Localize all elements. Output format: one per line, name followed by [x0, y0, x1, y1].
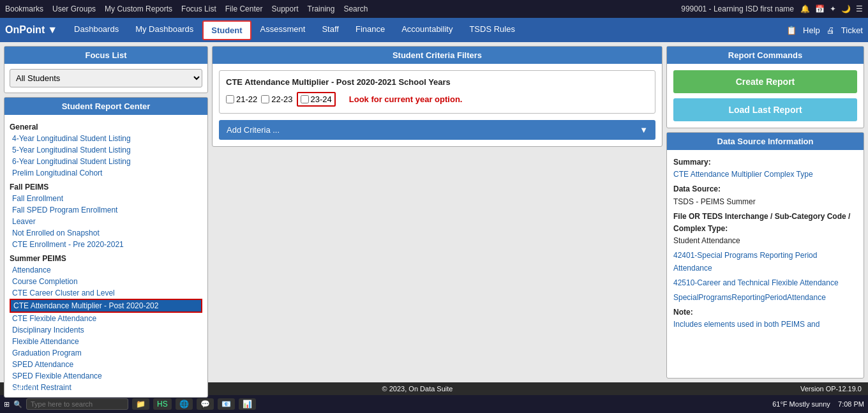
- checkbox-22-23-input[interactable]: [261, 95, 269, 103]
- load-last-report-button[interactable]: Load Last Report: [673, 98, 857, 121]
- file-item-2: SpecialProgramsReportingPeriodAttendance: [673, 292, 857, 304]
- brand-arrow: ▼: [47, 24, 57, 36]
- nav-finance[interactable]: Finance: [348, 20, 393, 40]
- report-leaver[interactable]: Leaver: [10, 216, 202, 227]
- top-menu-bar: Bookmarks User Groups My Custom Reports …: [0, 0, 868, 18]
- menu-custom-reports[interactable]: My Custom Reports: [105, 4, 172, 13]
- windows-icon[interactable]: ⊞: [4, 400, 10, 409]
- data-source-body: Summary: CTE Attendance Multiplier Compl…: [667, 150, 864, 340]
- filter-section: CTE Attendance Multiplier - Post 2020-20…: [219, 70, 655, 114]
- menu-file-center[interactable]: File Center: [225, 4, 263, 13]
- calendar-icon[interactable]: 📅: [815, 4, 825, 13]
- focus-list-header: Focus List: [4, 47, 207, 64]
- report-list: General 4-Year Longitudinal Student List…: [4, 115, 207, 397]
- checkbox-23-24-input[interactable]: [301, 95, 309, 103]
- create-report-button[interactable]: Create Report: [673, 70, 857, 93]
- report-center-box: Student Report Center General 4-Year Lon…: [4, 97, 208, 398]
- report-flexible-att[interactable]: Flexible Attendance: [10, 336, 202, 347]
- focus-list-select[interactable]: All Students: [10, 69, 202, 87]
- menu-icon[interactable]: ☰: [856, 4, 863, 13]
- report-4yr[interactable]: 4-Year Longitudinal Student Listing: [10, 133, 202, 144]
- taskbar-icon-outlook[interactable]: 📧: [218, 398, 235, 410]
- criteria-box: Student Criteria Filters CTE Attendance …: [212, 46, 662, 147]
- district-name: 999001 - Learning ISD first name: [681, 4, 794, 13]
- add-criteria-arrow: ▼: [640, 125, 648, 135]
- section-fall-peims: Fall PEIMS: [10, 183, 202, 191]
- report-cte-enrollment[interactable]: CTE Enrollment - Pre 2020-2021: [10, 239, 202, 250]
- file-item-0: 42401-Special Programs Reporting Period …: [673, 250, 857, 274]
- bell-icon[interactable]: 🔔: [800, 4, 810, 13]
- help-icon: 📋: [786, 26, 797, 35]
- nav-dashboards[interactable]: Dashboards: [66, 20, 126, 40]
- nav-student[interactable]: Student: [202, 20, 251, 40]
- top-icons: 🔔 📅 ✦ 🌙 ☰: [800, 4, 863, 13]
- report-disciplinary[interactable]: Disciplinary Incidents: [10, 324, 202, 336]
- datasource-label: Data Source:: [673, 183, 857, 195]
- taskbar-icon-explorer[interactable]: 📁: [132, 398, 149, 410]
- status-center: © 2023, On Data Suite: [382, 385, 453, 393]
- report-cte-flexible[interactable]: CTE Flexible Attendance: [10, 313, 202, 324]
- menu-focus-list[interactable]: Focus List: [181, 4, 216, 13]
- report-attendance[interactable]: Attendance: [10, 264, 202, 276]
- report-not-enrolled[interactable]: Not Enrolled on Snapshot: [10, 227, 202, 239]
- brand[interactable]: OnPoint ▼: [5, 24, 57, 36]
- menu-training[interactable]: Training: [308, 4, 335, 13]
- nav-staff[interactable]: Staff: [314, 20, 347, 40]
- right-panel: Report Commands Create Report Load Last …: [666, 46, 864, 379]
- file-sub: Student Attendance: [673, 235, 857, 247]
- taskbar-search[interactable]: [26, 398, 128, 410]
- brand-name: OnPoint: [5, 24, 45, 36]
- checkbox-row: 21-22 22-23 23-24 Look for current year …: [226, 92, 648, 107]
- note-label: Note:: [673, 306, 857, 319]
- add-criteria-bar[interactable]: Add Criteria ... ▼: [219, 120, 655, 140]
- report-commands-header: Report Commands: [667, 47, 864, 64]
- menu-bookmarks[interactable]: Bookmarks: [5, 4, 43, 13]
- checkbox-22-23-label: 22-23: [271, 94, 292, 104]
- focus-list-box: Focus List All Students: [4, 46, 208, 93]
- red-message: Look for current year option.: [349, 94, 463, 104]
- criteria-header: Student Criteria Filters: [213, 47, 662, 64]
- report-sped-att[interactable]: SPED Attendance: [10, 359, 202, 370]
- report-fall-sped[interactable]: Fall SPED Program Enrollment: [10, 204, 202, 216]
- menu-search[interactable]: Search: [343, 4, 368, 13]
- nav-assessment[interactable]: Assessment: [253, 20, 313, 40]
- report-fall-enrollment[interactable]: Fall Enrollment: [10, 193, 202, 204]
- report-prelim[interactable]: Prelim Longitudinal Cohort: [10, 167, 202, 179]
- report-sped-flex[interactable]: SPED Flexible Attendance: [10, 370, 202, 382]
- checkbox-23-24-label: 23-24: [311, 94, 332, 104]
- report-student-restraint[interactable]: Student Restraint: [10, 382, 202, 393]
- menu-user-groups[interactable]: User Groups: [52, 4, 96, 13]
- star-icon[interactable]: ✦: [830, 4, 836, 13]
- section-summer-peims: Summer PEIMS: [10, 254, 202, 263]
- file-item-1: 42510-Career and Technical Flexible Atte…: [673, 277, 857, 289]
- taskbar-icon-app[interactable]: 📊: [239, 398, 256, 410]
- report-cte-career[interactable]: CTE Career Cluster and Level: [10, 287, 202, 299]
- report-6yr[interactable]: 6-Year Longitudinal Student Listing: [10, 156, 202, 167]
- taskbar-right: 61°F Mostly sunny 7:08 PM: [772, 400, 864, 408]
- report-graduation[interactable]: Graduation Program: [10, 347, 202, 359]
- nav-tsds-rules[interactable]: TSDS Rules: [461, 20, 523, 40]
- menu-support[interactable]: Support: [271, 4, 298, 13]
- nav-right: 📋 Help 🖨 Ticket: [786, 26, 863, 35]
- nav-accountability[interactable]: Accountability: [394, 20, 460, 40]
- taskbar-icon-hs[interactable]: HS: [153, 398, 172, 410]
- taskbar-icon-chrome[interactable]: 🌐: [176, 398, 193, 410]
- report-cte-multiplier[interactable]: CTE Attendance Multiplier - Post 2020-20…: [10, 299, 202, 313]
- help-link[interactable]: Help: [803, 26, 820, 35]
- checkbox-22-23: 22-23: [261, 94, 292, 104]
- main-area: Focus List All Students Student Report C…: [0, 42, 868, 382]
- taskbar-icon-teams[interactable]: 💬: [197, 398, 214, 410]
- ticket-link[interactable]: Ticket: [841, 26, 863, 35]
- criteria-body: CTE Attendance Multiplier - Post 2020-20…: [213, 64, 662, 146]
- taskbar: ⊞ 🔍 📁 HS 🌐 💬 📧 📊 61°F Mostly sunny 7:08 …: [0, 395, 868, 413]
- checkbox-21-22-input[interactable]: [226, 95, 234, 103]
- nav-my-dashboards[interactable]: My Dashboards: [128, 20, 201, 40]
- report-course-completion[interactable]: Course Completion: [10, 276, 202, 287]
- report-5yr[interactable]: 5-Year Longitudinal Student Listing: [10, 144, 202, 156]
- summary-value: CTE Attendance Multiplier Complex Type: [673, 169, 857, 181]
- status-left: Region 0: [6, 385, 34, 393]
- checkbox-21-22-label: 21-22: [236, 94, 257, 104]
- moon-icon[interactable]: 🌙: [841, 4, 851, 13]
- clock: 7:08 PM: [838, 400, 864, 408]
- focus-list-body: All Students: [4, 64, 207, 93]
